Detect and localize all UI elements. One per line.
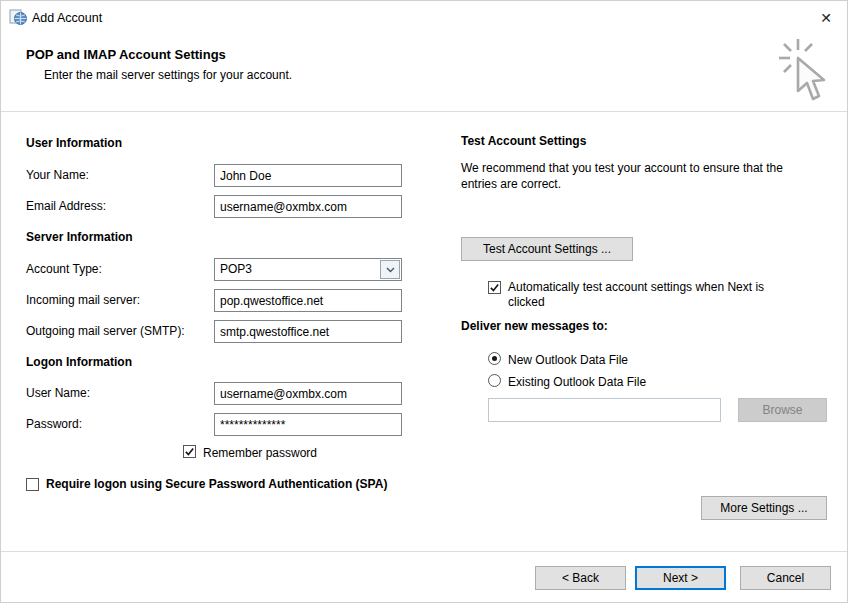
email-address-input[interactable]: [214, 195, 402, 218]
account-type-row: Account Type: POP3: [26, 258, 438, 281]
user-name-label: User Name:: [26, 386, 90, 400]
email-address-row: Email Address:: [26, 195, 438, 218]
back-button[interactable]: < Back: [535, 566, 626, 590]
chevron-down-icon[interactable]: [380, 260, 400, 279]
close-icon[interactable]: ✕: [815, 7, 837, 29]
radio-button[interactable]: [488, 374, 501, 387]
test-settings-column: Test Account Settings We recommend that …: [461, 134, 831, 534]
checkbox-box[interactable]: [183, 445, 196, 458]
new-data-file-label[interactable]: New Outlook Data File: [508, 352, 628, 367]
email-address-label: Email Address:: [26, 199, 106, 213]
account-type-value: POP3: [220, 262, 252, 276]
remember-password-checkbox[interactable]: Remember password: [183, 445, 317, 460]
account-type-label: Account Type:: [26, 262, 102, 276]
your-name-input[interactable]: [214, 164, 402, 187]
checkbox-box[interactable]: [488, 281, 501, 294]
incoming-server-row: Incoming mail server:: [26, 289, 438, 312]
outgoing-server-input[interactable]: [214, 320, 402, 343]
checkbox-box[interactable]: [26, 478, 39, 491]
test-account-settings-description: We recommend that you test your account …: [461, 160, 813, 192]
test-account-settings-heading: Test Account Settings: [461, 134, 586, 148]
user-name-input[interactable]: [214, 382, 402, 405]
your-name-label: Your Name:: [26, 168, 89, 182]
incoming-server-label: Incoming mail server:: [26, 293, 140, 307]
add-account-icon: [9, 8, 27, 26]
checkmark-icon: [489, 282, 500, 293]
wizard-header: POP and IMAP Account Settings Enter the …: [1, 33, 847, 112]
outgoing-server-row: Outgoing mail server (SMTP):: [26, 320, 438, 343]
existing-data-file-radio[interactable]: Existing Outlook Data File: [488, 374, 646, 389]
logon-information-heading: Logon Information: [26, 355, 132, 369]
incoming-server-input[interactable]: [214, 289, 402, 312]
more-settings-button[interactable]: More Settings ...: [701, 496, 827, 520]
account-type-select[interactable]: POP3: [214, 258, 402, 281]
wizard-footer: < Back Next > Cancel: [1, 551, 847, 602]
auto-test-checkbox[interactable]: Automatically test account settings when…: [488, 279, 808, 310]
next-button[interactable]: Next >: [635, 566, 726, 590]
spa-label[interactable]: Require logon using Secure Password Auth…: [46, 476, 401, 492]
your-name-row: Your Name:: [26, 164, 438, 187]
outgoing-server-label: Outgoing mail server (SMTP):: [26, 324, 185, 338]
remember-password-label[interactable]: Remember password: [203, 445, 317, 460]
radio-button[interactable]: [488, 352, 501, 365]
user-information-heading: User Information: [26, 136, 122, 150]
title-bar: Add Account ✕: [1, 1, 847, 33]
cancel-button[interactable]: Cancel: [740, 566, 831, 590]
new-data-file-radio[interactable]: New Outlook Data File: [488, 352, 628, 367]
browse-button: Browse: [738, 398, 827, 422]
account-form-column: User Information Your Name: Email Addres…: [26, 134, 438, 534]
server-information-heading: Server Information: [26, 230, 133, 244]
page-title: POP and IMAP Account Settings: [26, 47, 226, 62]
existing-data-file-label[interactable]: Existing Outlook Data File: [508, 374, 646, 389]
password-label: Password:: [26, 417, 82, 431]
page-subtitle: Enter the mail server settings for your …: [44, 68, 292, 82]
checkmark-icon: [184, 446, 195, 457]
password-input[interactable]: [214, 413, 402, 436]
window-title: Add Account: [32, 11, 102, 25]
user-name-row: User Name:: [26, 382, 438, 405]
deliver-heading: Deliver new messages to:: [461, 319, 608, 333]
click-cursor-icon: [777, 37, 831, 109]
data-file-path-input: [488, 398, 721, 422]
test-account-settings-button[interactable]: Test Account Settings ...: [461, 237, 633, 261]
add-account-dialog: Add Account ✕ POP and IMAP Account Setti…: [0, 0, 848, 603]
password-row: Password:: [26, 413, 438, 436]
auto-test-label[interactable]: Automatically test account settings when…: [508, 279, 796, 310]
spa-checkbox[interactable]: Require logon using Secure Password Auth…: [26, 476, 406, 492]
